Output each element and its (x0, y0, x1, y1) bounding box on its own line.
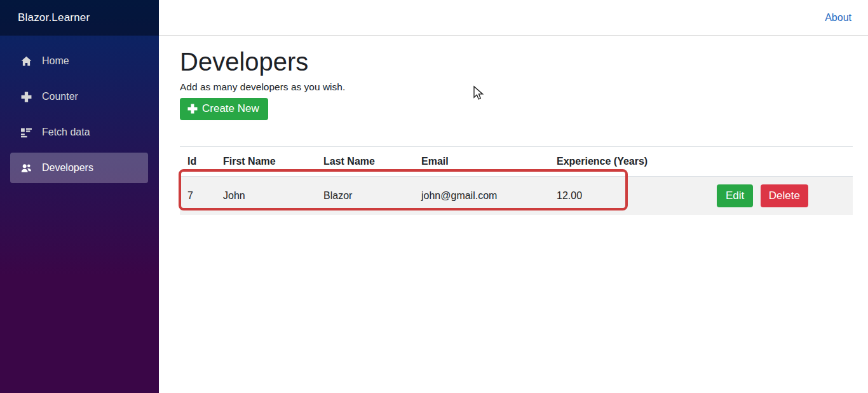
table-header: Id First Name Last Name Email Experience… (180, 147, 853, 177)
developers-table: Id First Name Last Name Email Experience… (180, 146, 853, 215)
table-row: 7 John Blazor john@gmail.com 12.00 Edit … (180, 177, 853, 215)
home-icon (21, 56, 32, 67)
top-bar: About (159, 0, 868, 36)
page-title: Developers (180, 46, 853, 77)
column-header-experience: Experience (Years) (549, 147, 709, 177)
main-area: About Developers Add as many developers … (159, 0, 868, 393)
brand-bar: Blazor.Learner (0, 0, 159, 36)
create-new-label: Create New (202, 102, 259, 115)
column-header-first-name: First Name (215, 147, 316, 177)
cell-actions: Edit Delete (709, 177, 853, 215)
sidebar-item-label: Fetch data (42, 127, 90, 138)
column-header-email: Email (414, 147, 549, 177)
column-header-actions (709, 147, 853, 177)
page-subtitle: Add as many developers as you wish. (180, 81, 853, 93)
app-root: Blazor.Learner Home Counter (0, 0, 868, 393)
sidebar-item-label: Developers (42, 162, 93, 174)
cell-first-name: John (215, 177, 316, 215)
cell-id: 7 (180, 177, 215, 215)
sidebar: Blazor.Learner Home Counter (0, 0, 159, 393)
cell-experience: 12.00 (549, 177, 709, 215)
sidebar-item-fetch-data[interactable]: Fetch data (10, 117, 148, 148)
page-content: Developers Add as many developers as you… (159, 36, 868, 215)
list-icon (21, 127, 32, 138)
create-new-button[interactable]: Create New (180, 98, 268, 120)
app-brand[interactable]: Blazor.Learner (18, 11, 90, 24)
sidebar-item-label: Home (42, 55, 69, 67)
plus-icon (187, 104, 198, 114)
sidebar-item-developers[interactable]: Developers (10, 153, 148, 183)
edit-button[interactable]: Edit (717, 184, 753, 207)
people-icon (21, 163, 32, 174)
sidebar-item-home[interactable]: Home (10, 46, 148, 76)
sidebar-item-counter[interactable]: Counter (10, 81, 148, 112)
column-header-last-name: Last Name (316, 147, 414, 177)
about-link[interactable]: About (825, 12, 851, 24)
plus-icon (21, 92, 32, 102)
sidebar-nav: Home Counter (0, 36, 159, 188)
column-header-id: Id (180, 147, 215, 177)
cell-last-name: Blazor (316, 177, 414, 215)
delete-button[interactable]: Delete (761, 184, 808, 207)
sidebar-item-label: Counter (42, 91, 78, 102)
cell-email: john@gmail.com (414, 177, 549, 215)
